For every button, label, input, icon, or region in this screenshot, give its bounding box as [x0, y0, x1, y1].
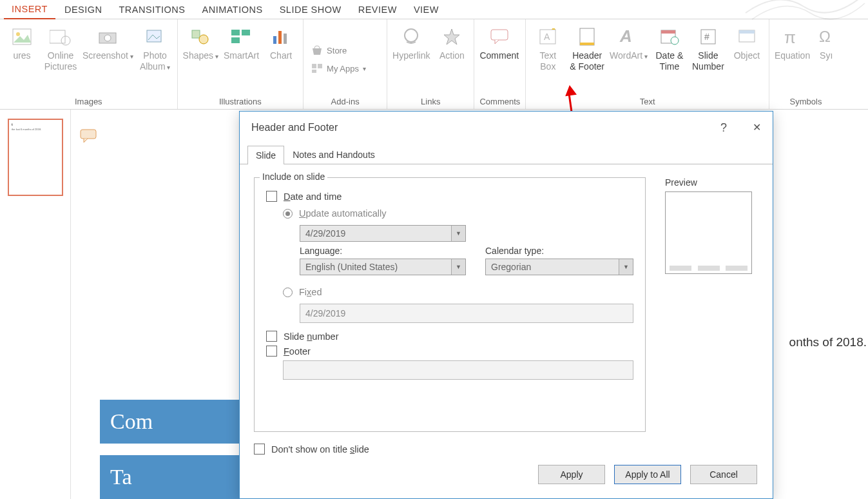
textbox-button[interactable]: A Text Box: [531, 22, 564, 72]
footer-checkbox[interactable]: [266, 346, 277, 357]
store-icon: [311, 45, 323, 55]
smartart-icon: [230, 26, 252, 48]
object-button[interactable]: Object: [730, 22, 764, 61]
photo-album-icon: [144, 26, 166, 48]
svg-text:A: A: [619, 28, 632, 46]
store-button[interactable]: Store: [309, 41, 381, 59]
header-footer-button[interactable]: Header & Footer: [570, 22, 604, 72]
picture-icon: [11, 26, 33, 48]
fieldset-label: Include on slide: [260, 171, 327, 182]
group-text-label: Text: [531, 97, 764, 108]
dialog-tab-slide[interactable]: Slide: [247, 146, 284, 164]
tab-view[interactable]: VIEW: [406, 1, 447, 19]
action-button[interactable]: Action: [435, 22, 468, 61]
date-combo-value: 4/29/2019: [305, 228, 345, 239]
update-auto-radio[interactable]: [283, 209, 293, 219]
dialog-close-button[interactable]: ✕: [753, 121, 761, 135]
dialog-title: Header and Footer: [251, 122, 338, 133]
slide-number-checkbox[interactable]: [266, 331, 277, 342]
svg-rect-13: [278, 31, 282, 44]
online-pictures-icon: [50, 26, 72, 48]
include-on-slide-fieldset: Include on slide Date and time Update au…: [254, 177, 646, 432]
footer-label: Footer: [284, 346, 311, 357]
slide-thumb-1[interactable]: t the last 6 months of 2018.: [8, 119, 63, 196]
preview-placeholder-right: [726, 266, 747, 271]
group-images-label: Images: [5, 97, 172, 108]
svg-rect-11: [231, 37, 240, 43]
object-icon: [736, 26, 758, 48]
calendar-combo[interactable]: Gregorian ▼: [485, 259, 633, 275]
slide-number-label: Slide number: [284, 331, 338, 342]
tab-review[interactable]: REVIEW: [351, 1, 405, 19]
wordart-button[interactable]: A WordArt: [610, 22, 648, 61]
svg-point-1: [16, 32, 20, 36]
svg-rect-10: [242, 30, 250, 35]
fixed-input[interactable]: [300, 304, 633, 323]
tab-animations[interactable]: ANIMATIONS: [195, 1, 271, 19]
smartart-label: SmartArt: [224, 50, 259, 61]
dont-show-checkbox[interactable]: [254, 444, 265, 455]
online-pictures-button[interactable]: Online Pictures: [44, 22, 77, 72]
svg-rect-12: [273, 36, 276, 44]
preview-box: [665, 191, 752, 274]
shapes-button[interactable]: Shapes: [183, 22, 218, 61]
myapps-button[interactable]: My Apps: [309, 59, 381, 77]
group-symbols: π Equation Ω Syı Symbols: [769, 19, 842, 109]
dialog-help-button[interactable]: ?: [720, 121, 727, 135]
svg-rect-26: [661, 30, 675, 34]
svg-point-5: [104, 35, 111, 41]
language-combo[interactable]: English (United States) ▼: [300, 259, 466, 275]
date-time-checkbox[interactable]: [266, 191, 277, 202]
dont-show-label: Don't show on title slide: [271, 444, 369, 455]
pictures-label: ures: [13, 50, 30, 61]
fixed-radio[interactable]: [283, 288, 293, 297]
pictures-button[interactable]: ures: [5, 22, 39, 61]
equation-icon: π: [782, 26, 804, 48]
preview-column: Preview: [665, 177, 758, 458]
shapes-label: Shapes: [183, 50, 218, 61]
svg-point-8: [199, 35, 208, 44]
slide-number-button[interactable]: # Slide Number: [691, 22, 725, 72]
shapes-icon: [189, 26, 211, 48]
svg-text:π: π: [784, 28, 796, 46]
textbox-label: Text Box: [539, 50, 556, 72]
dialog-tab-notes[interactable]: Notes and Handouts: [284, 145, 383, 164]
date-time-button[interactable]: Date & Time: [653, 22, 686, 72]
slide-number-label: Slide Number: [692, 50, 724, 72]
chevron-down-icon: ▼: [451, 226, 465, 241]
update-auto-label: Update automatically: [299, 208, 386, 219]
store-label: Store: [327, 46, 347, 55]
myapps-icon: [311, 63, 323, 73]
apply-to-all-button[interactable]: Apply to All: [614, 465, 681, 484]
chart-button[interactable]: Chart: [264, 22, 298, 61]
screenshot-button[interactable]: Screenshot: [82, 22, 133, 61]
equation-button[interactable]: π Equation: [775, 22, 810, 61]
smartart-button[interactable]: SmartArt: [224, 22, 259, 61]
cancel-button[interactable]: Cancel: [690, 465, 757, 484]
svg-rect-15: [312, 64, 316, 68]
footer-input[interactable]: [283, 360, 633, 380]
tab-design[interactable]: DESIGN: [57, 1, 110, 19]
header-footer-label: Header & Footer: [570, 50, 604, 72]
photo-album-button[interactable]: Photo Album: [139, 22, 172, 72]
svg-text:Ω: Ω: [819, 28, 831, 45]
symbol-button[interactable]: Ω Syı: [815, 22, 837, 61]
svg-point-3: [61, 36, 70, 45]
tab-slideshow[interactable]: SLIDE SHOW: [272, 1, 349, 19]
date-combo[interactable]: 4/29/2019 ▼: [300, 225, 466, 242]
language-combo-value: English (United States): [305, 262, 398, 272]
svg-point-18: [405, 29, 418, 42]
comment-indicator-icon[interactable]: [80, 129, 97, 142]
svg-rect-34: [81, 130, 96, 139]
equation-label: Equation: [775, 50, 810, 61]
comment-icon: [488, 26, 510, 48]
comment-button[interactable]: Comment: [479, 22, 519, 61]
tab-transitions[interactable]: TRANSITIONS: [111, 1, 193, 19]
hyperlink-button[interactable]: Hyperlink: [392, 22, 430, 61]
group-symbols-label: Symbols: [775, 97, 837, 108]
group-illustrations: Shapes SmartArt Chart Illustrations: [178, 19, 304, 109]
date-time-icon: [659, 26, 680, 48]
tab-insert[interactable]: INSERT: [4, 0, 55, 19]
date-time-label: Date & Time: [656, 50, 684, 72]
apply-button[interactable]: Apply: [538, 465, 605, 484]
